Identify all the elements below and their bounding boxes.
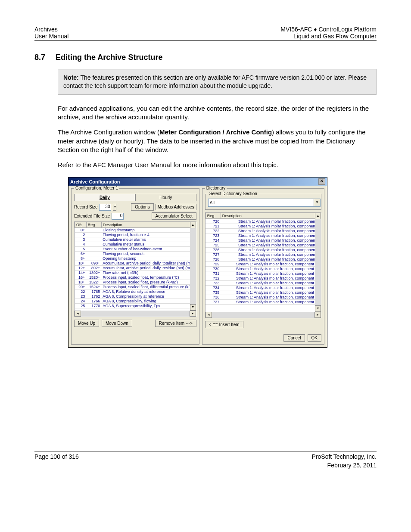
table-row[interactable]: 12+892+Accumulator, archive period, dail…: [75, 266, 196, 271]
remove-item-button[interactable]: Remove Item --->: [155, 320, 196, 327]
scroll-left-icon[interactable]: ◄: [75, 311, 81, 317]
table-row[interactable]: 732Stream 1: Analysis molar fraction, co…: [206, 276, 321, 281]
vertical-scrollbar[interactable]: ▲ ▼: [190, 222, 196, 311]
header-left-1: Archives: [34, 26, 58, 33]
options-button[interactable]: Options: [131, 203, 153, 211]
table-row[interactable]: 733Stream 1: Analysis molar fraction, co…: [206, 281, 321, 286]
table-row[interactable]: 723Stream 1: Analysis molar fraction, co…: [206, 233, 321, 238]
archive-config-dialog: Archive Configuration ✕ Configuration, M…: [68, 177, 327, 348]
vertical-scrollbar[interactable]: ▲ ▼: [315, 213, 321, 312]
dictionary-table[interactable]: Reg Description 720Stream 1: Analysis mo…: [205, 212, 321, 318]
table-row[interactable]: 20+1524+Process input, scaled float, dif…: [75, 285, 196, 289]
table-row[interactable]: 728Stream 1: Analysis molar fraction, co…: [206, 257, 321, 262]
table-row[interactable]: 722Stream 1: Analysis molar fraction, co…: [206, 229, 321, 233]
page-number: Page 100 of 316: [34, 453, 79, 460]
config-table[interactable]: Ofs Reg Description 0+Closing timestamp2…: [74, 221, 196, 317]
tab-hourly[interactable]: Hourly: [135, 194, 196, 201]
horizontal-scrollbar[interactable]: ◄ ►: [206, 312, 321, 318]
page-footer: Page 100 of 316 ProSoft Technology, Inc.…: [34, 451, 377, 469]
section-title: Editing the Archive Structure: [56, 53, 162, 62]
scroll-right-icon[interactable]: ►: [314, 312, 321, 318]
col-description[interactable]: Description: [221, 213, 321, 219]
table-row[interactable]: 221765AGA 8, Relative density at referen…: [75, 289, 196, 294]
scroll-down-icon[interactable]: ▼: [190, 304, 196, 311]
table-row[interactable]: 18+1522+Process input, scaled float, pre…: [75, 280, 196, 285]
table-row[interactable]: 721Stream 1: Analysis molar fraction, co…: [206, 224, 321, 229]
record-size-input[interactable]: 30: [99, 204, 111, 211]
insert-item-button[interactable]: <-== Insert Item: [205, 321, 243, 328]
table-row[interactable]: 241766AGA 8, Compressibility, flowing: [75, 299, 196, 304]
select-section-legend: Select Dictionary Section: [208, 191, 258, 196]
note-box: Note: The features presented on this sec…: [58, 69, 377, 95]
note-label: Note:: [63, 74, 79, 81]
note-text: The features presented on this section a…: [63, 74, 367, 89]
extended-file-size-label: Extended File Size: [74, 214, 110, 218]
section-number: 8.7: [34, 53, 45, 62]
table-row[interactable]: 736Stream 1: Analysis molar fraction, co…: [206, 295, 321, 300]
table-row[interactable]: 720Stream 1: Analysis molar fraction, co…: [206, 219, 321, 224]
body-para-3: Refer to the AFC Manager User Manual for…: [58, 161, 377, 169]
table-row[interactable]: 729Stream 1: Analysis molar fraction, co…: [206, 262, 321, 267]
table-row[interactable]: 737Stream 1: Analysis molar fraction, co…: [206, 300, 321, 305]
close-icon[interactable]: ✕: [318, 178, 325, 185]
scroll-left-icon[interactable]: ◄: [206, 312, 212, 318]
body-para-1: For advanced applications, you can edit …: [58, 104, 377, 122]
move-down-button[interactable]: Move Down: [102, 320, 132, 327]
table-row[interactable]: 5Event Number of last-written event: [75, 247, 196, 252]
table-row[interactable]: 725Stream 1: Analysis molar fraction, co…: [206, 243, 321, 248]
header-right-2: Liquid and Gas Flow Computer: [293, 33, 377, 40]
table-row[interactable]: 6+Flowing period, seconds: [75, 252, 196, 256]
table-row[interactable]: 726Stream 1: Analysis molar fraction, co…: [206, 248, 321, 252]
table-row[interactable]: 14+1892+Flow rate, net (m3/h): [75, 271, 196, 275]
col-ofs[interactable]: Ofs: [75, 222, 87, 228]
accumulator-select-button[interactable]: Accumulator Select: [152, 212, 196, 220]
col-reg[interactable]: Reg: [86, 222, 101, 228]
dictionary-section-select[interactable]: All ▼: [208, 199, 321, 207]
chevron-down-icon[interactable]: ▼: [113, 204, 116, 211]
scroll-down-icon[interactable]: ▼: [315, 305, 321, 312]
table-row[interactable]: 734Stream 1: Analysis molar fraction, co…: [206, 286, 321, 290]
horizontal-scrollbar[interactable]: ◄ ►: [75, 311, 196, 317]
table-row[interactable]: 727Stream 1: Analysis molar fraction, co…: [206, 252, 321, 257]
scroll-right-icon[interactable]: ►: [190, 311, 196, 317]
header-left-2: User Manual: [34, 33, 68, 40]
table-row[interactable]: 8+Opening timestamp: [75, 256, 196, 261]
table-row[interactable]: 731Stream 1: Analysis molar fraction, co…: [206, 271, 321, 276]
table-row[interactable]: 2Flowing period, fraction e-4: [75, 233, 196, 237]
table-row[interactable]: 730Stream 1: Analysis molar fraction, co…: [206, 267, 321, 271]
table-row[interactable]: 16+1520+Process input, scaled float, tem…: [75, 275, 196, 280]
dialog-title: Archive Configuration: [70, 179, 120, 184]
col-reg[interactable]: Reg: [206, 213, 221, 219]
header-right-1: MVI56-AFC ♦ ControlLogix Platform: [280, 26, 377, 33]
table-row[interactable]: 3Cumulative meter alarms: [75, 237, 196, 242]
table-row[interactable]: 10+890+Accumulator, archive period, dail…: [75, 261, 196, 266]
table-row[interactable]: 724Stream 1: Analysis molar fraction, co…: [206, 238, 321, 243]
dictionary-groupbox-legend: Dictionary: [205, 186, 227, 190]
company-name: ProSoft Technology, Inc.: [312, 453, 377, 460]
extended-file-size-input[interactable]: 0: [112, 213, 124, 220]
ok-button[interactable]: OK: [308, 334, 321, 342]
table-row[interactable]: 0+Closing timestamp: [75, 228, 196, 233]
scroll-up-icon[interactable]: ▲: [190, 222, 196, 228]
table-row[interactable]: 735Stream 1: Analysis molar fraction, co…: [206, 290, 321, 295]
section-heading: 8.7 Editing the Archive Structure: [34, 53, 377, 62]
page-header: Archives MVI56-AFC ♦ ControlLogix Platfo…: [34, 26, 377, 41]
modbus-addresses-button[interactable]: Modbus Addresses: [156, 204, 196, 210]
cancel-button[interactable]: Cancel: [283, 334, 305, 342]
footer-date: February 25, 2011: [327, 462, 377, 469]
col-description[interactable]: Description: [101, 222, 196, 228]
dialog-titlebar[interactable]: Archive Configuration ✕: [68, 177, 327, 186]
chevron-down-icon[interactable]: ▼: [314, 199, 320, 206]
body-para-2: The Archive Configuration window (Meter …: [58, 128, 377, 154]
table-row[interactable]: 4Cumulative meter status: [75, 242, 196, 247]
tab-daily[interactable]: Daily: [74, 194, 135, 201]
config-groupbox-legend: Configuration, Meter 1: [74, 186, 119, 190]
table-row[interactable]: 251770AGA 8, Supercompressibility, Fpv: [75, 304, 196, 308]
scroll-up-icon[interactable]: ▲: [315, 213, 321, 219]
record-size-label: Record Size: [74, 205, 97, 209]
move-up-button[interactable]: Move Up: [74, 320, 99, 327]
table-row[interactable]: 231762AGA 8, Compressibility at referenc…: [75, 294, 196, 299]
